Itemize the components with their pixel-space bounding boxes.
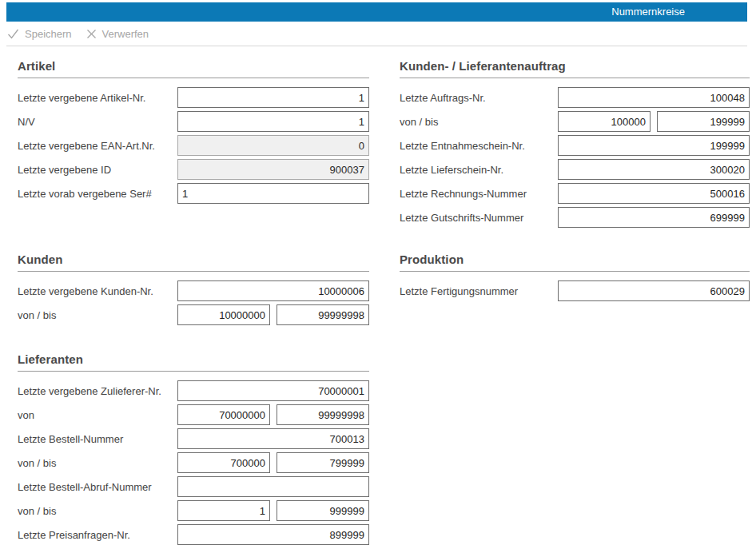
field-label: Letzte vergebene EAN-Art.Nr. — [18, 140, 177, 152]
range-pair — [177, 452, 369, 473]
section-kunden: Kunden Letzte vergebene Kunden-Nr. von /… — [18, 253, 369, 327]
range-pair — [177, 404, 369, 425]
field-row: N/V — [18, 109, 369, 133]
check-icon — [7, 29, 19, 39]
field-label: Letzte Bestell-Abruf-Nummer — [18, 481, 177, 493]
field-label: Letzte Entnahmeschein-Nr. — [400, 140, 558, 152]
field-row: Letzte vergebene ID — [18, 157, 369, 181]
field-row: Letzte Preisanfragen-Nr. — [18, 523, 369, 547]
letzte-gutschrifts-nummer-input[interactable] — [558, 207, 750, 228]
form-content: Artikel Letzte vergebene Artikel-Nr. N/V… — [0, 46, 756, 547]
field-row: Letzte vorab vergebene Ser# — [18, 181, 369, 205]
field-label: Letzte Gutschrifts-Nummer — [400, 212, 558, 224]
left-column: Artikel Letzte vergebene Artikel-Nr. N/V… — [18, 59, 369, 547]
tab-nummernkreise[interactable]: Nummernkreise — [602, 2, 694, 22]
abruf-von-input[interactable] — [177, 500, 270, 521]
letzte-zulieferer-nr-input[interactable] — [177, 380, 369, 401]
field-label: von — [18, 409, 177, 421]
save-button[interactable]: Speichern — [7, 28, 72, 40]
field-label: Letzte Lieferschein-Nr. — [400, 164, 558, 176]
field-row: Letzte vergebene EAN-Art.Nr. — [18, 133, 369, 157]
discard-button[interactable]: Verwerfen — [86, 28, 149, 40]
range-pair — [177, 500, 369, 521]
kunden-von-input[interactable] — [177, 304, 270, 325]
save-button-label: Speichern — [25, 28, 72, 40]
letzte-artikel-nr-input[interactable] — [177, 87, 369, 108]
field-row: Letzte Entnahmeschein-Nr. — [400, 133, 750, 157]
field-label: Letzte Fertigungsnummer — [400, 285, 558, 297]
auftrag-von-input[interactable] — [558, 111, 651, 132]
field-row: Letzte Rechnungs-Nummer — [400, 181, 750, 205]
field-row: von / bis — [18, 499, 369, 523]
field-label: Letzte vergebene Artikel-Nr. — [18, 92, 177, 104]
field-row: von / bis — [18, 451, 369, 475]
field-label: von / bis — [400, 116, 558, 128]
letzte-kunden-nr-input[interactable] — [177, 280, 369, 301]
section-lieferanten-title: Lieferanten — [18, 352, 369, 372]
field-label: Letzte Bestell-Nummer — [18, 433, 177, 445]
field-label: Letzte Rechnungs-Nummer — [400, 188, 558, 200]
bestell-von-input[interactable] — [177, 452, 270, 473]
right-column: Kunden- / Lieferantenauftrag Letzte Auft… — [400, 59, 750, 547]
field-label: von / bis — [18, 309, 177, 321]
section-auftrag-title: Kunden- / Lieferantenauftrag — [400, 59, 750, 78]
letzte-preisanfragen-nr-input[interactable] — [177, 524, 369, 545]
discard-button-label: Verwerfen — [102, 28, 149, 40]
letzte-fertigungsnummer-input[interactable] — [558, 280, 750, 301]
section-kunden-title: Kunden — [18, 253, 369, 272]
section-auftrag: Kunden- / Lieferantenauftrag Letzte Auft… — [400, 59, 750, 229]
title-bar: Nummernkreise — [6, 2, 747, 22]
section-artikel: Artikel Letzte vergebene Artikel-Nr. N/V… — [18, 59, 369, 205]
section-produktion-title: Produktion — [400, 253, 750, 272]
field-row: Letzte vergebene Artikel-Nr. — [18, 86, 369, 109]
section-produktion: Produktion Letzte Fertigungsnummer — [400, 253, 750, 303]
field-row: von / bis — [18, 303, 369, 327]
field-label: Letzte vergebene ID — [18, 164, 177, 176]
letzte-entnahmeschein-nr-input[interactable] — [558, 135, 750, 156]
zulieferer-von-input[interactable] — [177, 404, 270, 425]
field-row: Letzte Gutschrifts-Nummer — [400, 205, 750, 229]
field-row: Letzte vergebene Zulieferer-Nr. — [18, 379, 369, 403]
letzte-bestell-abruf-nummer-input[interactable] — [177, 476, 369, 497]
field-row: Letzte Auftrags-Nr. — [400, 86, 750, 109]
field-label: Letzte vergebene Zulieferer-Nr. — [18, 385, 177, 397]
section-lieferanten: Lieferanten Letzte vergebene Zulieferer-… — [18, 352, 369, 547]
letzte-auftrags-nr-input[interactable] — [558, 87, 750, 108]
field-row: Letzte vergebene Kunden-Nr. — [18, 279, 369, 303]
bestell-bis-input[interactable] — [277, 452, 369, 473]
field-label: von / bis — [18, 505, 177, 517]
x-icon — [86, 29, 97, 39]
letzte-ean-art-nr-input — [177, 135, 369, 156]
letzte-lieferschein-nr-input[interactable] — [558, 159, 750, 180]
toolbar: Speichern Verwerfen — [6, 22, 747, 46]
auftrag-bis-input[interactable] — [657, 111, 750, 132]
field-label: Letzte Auftrags-Nr. — [400, 92, 558, 104]
kunden-bis-input[interactable] — [277, 304, 369, 325]
field-row: Letzte Lieferschein-Nr. — [400, 157, 750, 181]
letzte-bestell-nummer-input[interactable] — [177, 428, 369, 449]
field-row: Letzte Bestell-Nummer — [18, 427, 369, 451]
letzte-id-input — [177, 159, 369, 180]
letzte-vorab-ser-input[interactable] — [177, 183, 369, 204]
field-label: von / bis — [18, 457, 177, 469]
nv-input[interactable] — [177, 111, 369, 132]
letzte-rechnungs-nummer-input[interactable] — [558, 183, 750, 204]
zulieferer-bis-input[interactable] — [277, 404, 369, 425]
field-label: Letzte vorab vergebene Ser# — [18, 188, 177, 200]
field-row: Letzte Bestell-Abruf-Nummer — [18, 475, 369, 499]
field-label: Letzte vergebene Kunden-Nr. — [18, 285, 177, 297]
field-label: Letzte Preisanfragen-Nr. — [18, 529, 177, 541]
field-row: von — [18, 403, 369, 427]
field-row: Letzte Fertigungsnummer — [400, 279, 750, 303]
section-artikel-title: Artikel — [18, 59, 369, 78]
range-pair — [177, 304, 369, 325]
field-label: N/V — [18, 116, 177, 128]
range-pair — [558, 111, 750, 132]
abruf-bis-input[interactable] — [277, 500, 369, 521]
field-row: von / bis — [400, 109, 750, 133]
